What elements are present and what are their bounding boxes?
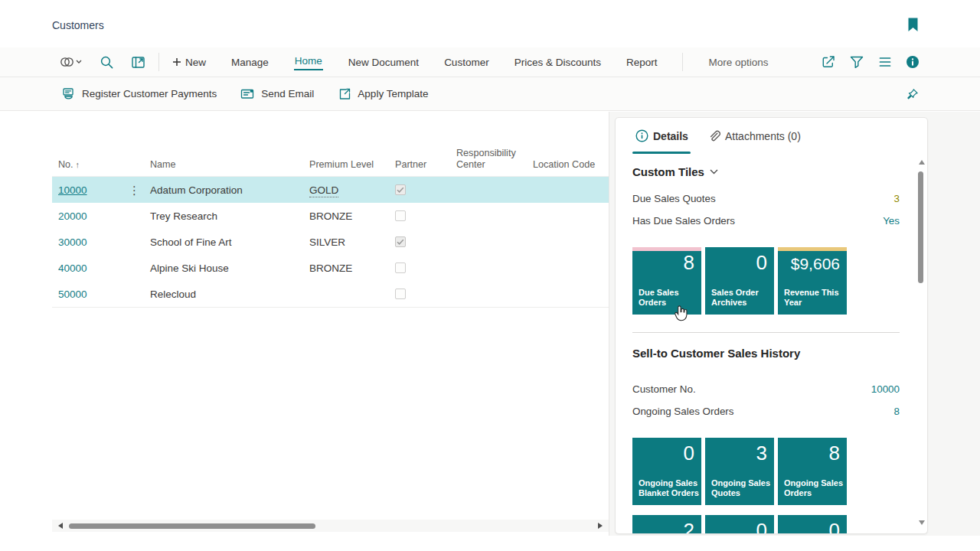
column-header-responsibility-center[interactable]: Responsibility Center bbox=[450, 148, 527, 170]
scroll-right-arrow[interactable] bbox=[598, 523, 603, 529]
menu-home[interactable]: Home bbox=[294, 54, 323, 70]
column-header-location-code[interactable]: Location Code bbox=[527, 159, 609, 170]
field-row: Due Sales Quotes 3 bbox=[632, 193, 900, 204]
filter-icon[interactable] bbox=[849, 54, 864, 70]
customer-name-cell: School of Fine Art bbox=[150, 236, 309, 248]
list-header-row: No.↑ Name Premium Level Partner Responsi… bbox=[52, 142, 609, 177]
tab-attachments[interactable]: Attachments (0) bbox=[725, 130, 801, 142]
cue-tile-ongoing-sales-quotes[interactable]: 3 Ongoing Sales Quotes bbox=[705, 438, 774, 505]
menu-manage[interactable]: Manage bbox=[231, 57, 269, 68]
premium-level-cell: BRONZE bbox=[309, 262, 389, 274]
list-view-icon[interactable] bbox=[877, 54, 893, 70]
menu-new[interactable]: New bbox=[172, 57, 206, 68]
cue-tile-ongoing-blanket-orders[interactable]: 0 Ongoing Sales Blanket Orders bbox=[632, 438, 701, 505]
cue-tile[interactable]: 0 bbox=[705, 515, 774, 534]
field-row: Customer No. 10000 bbox=[632, 383, 900, 395]
paperclip-icon bbox=[707, 129, 720, 143]
toolbar-icon-cluster bbox=[60, 55, 145, 70]
field-row: Ongoing Sales Orders 8 bbox=[632, 406, 900, 417]
content-area: No.↑ Name Premium Level Partner Responsi… bbox=[0, 112, 980, 536]
bottom-bar bbox=[0, 536, 980, 551]
info-icon[interactable] bbox=[906, 55, 920, 69]
table-row[interactable]: 40000 Alpine Ski House BRONZE bbox=[52, 255, 609, 282]
customer-no-link[interactable]: 30000 bbox=[58, 236, 87, 248]
customer-name-cell: Trey Research bbox=[150, 210, 309, 222]
table-row[interactable]: 30000 School of Fine Art SILVER bbox=[52, 229, 609, 256]
cue-tile-group-partial: 2 0 0 bbox=[632, 515, 847, 534]
send-email-button[interactable]: Send Email bbox=[240, 86, 314, 101]
cue-tile[interactable]: 2 bbox=[632, 515, 701, 534]
menu-new-document[interactable]: New Document bbox=[348, 57, 419, 68]
column-header-partner[interactable]: Partner bbox=[389, 159, 450, 170]
customer-name-cell: Alpine Ski House bbox=[150, 262, 309, 274]
apply-template-button[interactable]: Apply Template bbox=[337, 86, 428, 101]
table-row[interactable]: 10000 ⋮ Adatum Corporation GOLD bbox=[52, 177, 609, 204]
menu-prices-discounts[interactable]: Prices & Discounts bbox=[514, 57, 601, 68]
focus-mode-icon[interactable] bbox=[131, 55, 145, 70]
due-sales-quotes-value[interactable]: 3 bbox=[894, 193, 900, 204]
toolbar-divider bbox=[682, 53, 683, 71]
cue-tile-revenue-this-year[interactable]: $9,606 Revenue This Year bbox=[778, 247, 847, 315]
tab-details[interactable]: Details bbox=[653, 130, 688, 142]
cue-tile-sales-order-archives[interactable]: 0 Sales Order Archives bbox=[705, 247, 774, 315]
field-row: Has Due Sales Orders Yes bbox=[632, 215, 900, 227]
has-due-sales-orders-value[interactable]: Yes bbox=[883, 215, 900, 227]
title-bar: Customers bbox=[0, 0, 980, 48]
action-bar: New Manage Home New Document Customer Pr… bbox=[0, 47, 980, 77]
register-customer-payments-button[interactable]: Register Customer Payments bbox=[61, 86, 217, 101]
tile-status-stripe bbox=[778, 247, 847, 251]
customer-no-link[interactable]: 20000 bbox=[58, 210, 87, 222]
partner-checkbox[interactable] bbox=[395, 210, 406, 221]
section-header-custom-tiles[interactable]: Custom Tiles bbox=[632, 165, 718, 178]
search-icon[interactable] bbox=[100, 55, 114, 70]
horizontal-scrollbar[interactable] bbox=[52, 520, 609, 532]
share-icon[interactable] bbox=[821, 54, 836, 70]
table-row[interactable]: 20000 Trey Research BRONZE bbox=[52, 203, 609, 230]
customer-no-link[interactable]: 40000 bbox=[58, 262, 87, 274]
payments-icon bbox=[61, 86, 76, 101]
section-header-sales-history[interactable]: Sell-to Customer Sales History bbox=[632, 347, 800, 360]
cue-tile-ongoing-sales-orders[interactable]: 8 Ongoing Sales Orders bbox=[778, 438, 847, 505]
factbox-scroll-up-arrow[interactable] bbox=[919, 160, 925, 165]
partner-checkbox[interactable] bbox=[395, 236, 406, 247]
toolbar-divider bbox=[158, 53, 159, 71]
customer-no-link[interactable]: 50000 bbox=[58, 289, 87, 300]
cue-tile-group: 0 Ongoing Sales Blanket Orders 3 Ongoing… bbox=[632, 438, 847, 505]
partner-checkbox[interactable] bbox=[395, 289, 406, 299]
pin-icon[interactable] bbox=[905, 88, 919, 102]
sort-ascending-icon: ↑ bbox=[76, 160, 80, 169]
row-options-icon[interactable]: ⋮ bbox=[129, 184, 150, 196]
column-header-no[interactable]: No.↑ bbox=[52, 159, 129, 170]
email-icon bbox=[240, 86, 255, 101]
factbox-scrollbar-thumb[interactable] bbox=[918, 171, 923, 283]
premium-level-cell[interactable]: GOLD bbox=[309, 184, 338, 197]
active-tab-indicator bbox=[632, 152, 691, 154]
menu-more-options[interactable]: More options bbox=[708, 57, 768, 68]
customer-name-cell: Relecloud bbox=[150, 289, 309, 300]
promoted-action-bar: Register Customer Payments Send Email Ap… bbox=[0, 77, 980, 111]
page-title: Customers bbox=[52, 19, 104, 31]
details-info-icon bbox=[635, 129, 648, 142]
table-row[interactable]: 50000 Relecloud bbox=[52, 281, 609, 308]
ongoing-sales-orders-value[interactable]: 8 bbox=[894, 406, 900, 417]
cue-tile-group: 8 Due Sales Orders 0 Sales Order Archive… bbox=[632, 247, 847, 315]
bookmark-icon[interactable] bbox=[907, 18, 919, 32]
customer-no-value[interactable]: 10000 bbox=[871, 383, 900, 395]
column-header-name[interactable]: Name bbox=[150, 159, 309, 170]
list-factbox-divider bbox=[609, 112, 609, 536]
chevron-down-icon bbox=[710, 169, 718, 174]
customer-name-cell: Adatum Corporation bbox=[150, 184, 309, 196]
customer-no-link[interactable]: 10000 bbox=[58, 184, 87, 196]
scroll-left-arrow[interactable] bbox=[58, 523, 63, 529]
partner-checkbox[interactable] bbox=[395, 262, 406, 273]
switch-view-icon[interactable] bbox=[60, 55, 83, 69]
factbox-scroll-down-arrow[interactable] bbox=[919, 520, 925, 525]
menu-report[interactable]: Report bbox=[626, 57, 658, 68]
cue-tile[interactable]: 0 bbox=[778, 515, 847, 534]
horizontal-scrollbar-thumb[interactable] bbox=[69, 523, 315, 529]
premium-level-cell: BRONZE bbox=[309, 210, 389, 222]
column-header-premium-level[interactable]: Premium Level bbox=[309, 159, 389, 170]
cue-tile-due-sales-orders[interactable]: 8 Due Sales Orders bbox=[632, 247, 701, 315]
menu-customer[interactable]: Customer bbox=[444, 57, 489, 68]
partner-checkbox[interactable] bbox=[395, 184, 406, 195]
